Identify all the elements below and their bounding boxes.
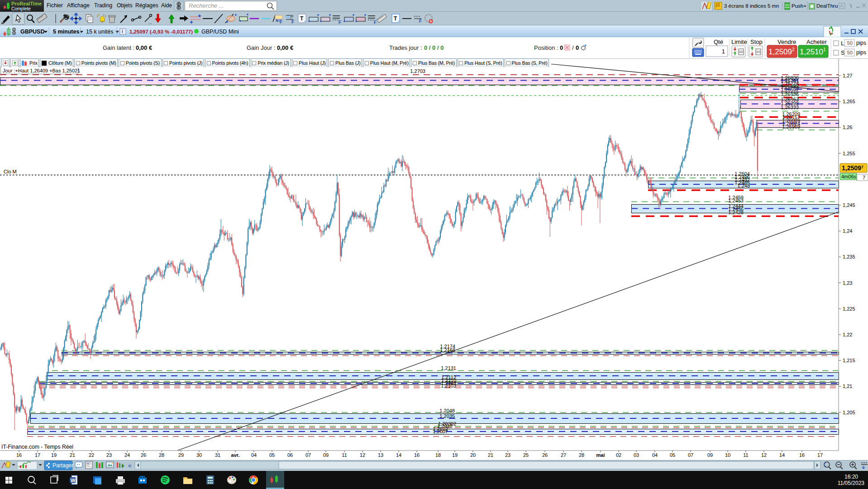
svg-text:16: 16 <box>799 452 805 458</box>
svg-text:1,25097: 1,25097 <box>842 164 863 172</box>
svg-text:Jour :+Haut 1,26409 +Bas 1,250: Jour :+Haut 1,26409 +Bas 1,25021 <box>3 68 80 73</box>
svg-text:Trades jour :: Trades jour : <box>389 44 422 51</box>
svg-text:15 k unités: 15 k unités <box>86 29 113 35</box>
svg-text:Partager: Partager <box>52 462 73 469</box>
svg-text:L: L <box>841 40 844 47</box>
svg-text:pips: pips <box>856 49 866 56</box>
svg-text:0,00 €: 0,00 € <box>277 44 293 51</box>
svg-text:1,2703: 1,2703 <box>410 68 425 74</box>
svg-text:1,255: 1,255 <box>843 151 855 156</box>
svg-text:1,2035: 1,2035 <box>439 413 455 419</box>
svg-text:0,00 €: 0,00 € <box>136 44 152 51</box>
svg-text:26: 26 <box>542 452 548 458</box>
svg-text:28: 28 <box>159 452 164 458</box>
svg-text:1,225: 1,225 <box>843 306 855 312</box>
svg-text:27: 27 <box>561 452 566 458</box>
svg-text:05: 05 <box>670 452 675 458</box>
svg-text:20: 20 <box>470 452 476 458</box>
svg-text:...: ... <box>148 20 152 25</box>
svg-text:ProRealTime: ProRealTime <box>11 1 42 6</box>
svg-text:0: 0 <box>576 44 579 51</box>
svg-text:10: 10 <box>725 452 730 458</box>
svg-text:i: i <box>122 29 123 34</box>
svg-text:1,25969: 1,25969 <box>782 124 800 129</box>
svg-text:1,23: 1,23 <box>843 280 852 286</box>
svg-text:GBPUSD: GBPUSD <box>20 29 44 35</box>
svg-text:Complete: Complete <box>11 6 31 11</box>
svg-text:1,235: 1,235 <box>843 254 855 259</box>
svg-text:29: 29 <box>178 452 184 458</box>
svg-text:21: 21 <box>488 452 493 458</box>
svg-text:pips: pips <box>856 40 866 46</box>
svg-text:18: 18 <box>435 452 441 458</box>
svg-text:«: « <box>128 462 132 469</box>
svg-text:09: 09 <box>323 452 329 458</box>
svg-text:22: 22 <box>89 452 94 458</box>
svg-text:DealThru: DealThru <box>816 3 838 9</box>
svg-text:24: 24 <box>124 452 130 458</box>
svg-text:09: 09 <box>707 452 713 458</box>
svg-text:1,26333: 1,26333 <box>781 105 799 110</box>
svg-text:4m06s: 4m06s <box>841 174 857 179</box>
svg-text:avr.: avr. <box>231 452 240 458</box>
svg-text:/: / <box>572 44 574 51</box>
svg-text:F: F <box>339 20 341 25</box>
svg-text:14: 14 <box>396 452 401 458</box>
svg-text:IT-Finance.com - Temps Réel: IT-Finance.com - Temps Réel <box>1 444 73 450</box>
svg-text:1,24: 1,24 <box>843 228 852 234</box>
svg-text:1,2048: 1,2048 <box>439 408 455 413</box>
svg-text:Position :: Position : <box>534 44 558 51</box>
svg-text:25: 25 <box>523 452 529 458</box>
svg-text:1,26: 1,26 <box>843 125 852 130</box>
svg-text:F: F <box>291 19 294 24</box>
svg-text:16: 16 <box>414 452 420 458</box>
svg-text:28: 28 <box>579 452 584 458</box>
svg-text:04: 04 <box>652 452 658 458</box>
svg-text:GBP/USD Mini: GBP/USD Mini <box>201 29 239 35</box>
svg-text:1,2131: 1,2131 <box>441 365 456 371</box>
svg-text:1,25097 (-0,93 % -0,01177): 1,25097 (-0,93 % -0,01177) <box>129 29 193 34</box>
svg-text:0 / 0 / 0: 0 / 0 / 0 <box>424 44 444 51</box>
svg-text:23: 23 <box>106 452 112 458</box>
svg-text:1,25101: 1,25101 <box>800 47 826 56</box>
svg-text:13: 13 <box>378 452 383 458</box>
svg-text:04: 04 <box>251 452 257 458</box>
svg-text:Qté: Qté <box>714 38 723 45</box>
svg-text:1,265: 1,265 <box>843 99 855 104</box>
svg-text:1,205: 1,205 <box>843 410 855 415</box>
svg-text:F: F <box>419 19 422 24</box>
svg-text:03: 03 <box>634 452 639 458</box>
svg-text:1,2168: 1,2168 <box>440 347 455 353</box>
svg-text:16: 16 <box>16 452 22 458</box>
svg-text:19: 19 <box>51 452 57 458</box>
svg-text:07: 07 <box>688 452 693 458</box>
svg-text:1,215: 1,215 <box>843 358 855 363</box>
svg-text:Vendre: Vendre <box>777 38 796 45</box>
svg-text:1,2007: 1,2007 <box>433 429 448 434</box>
svg-text:3 écrans 8 indices 5 mn: 3 écrans 8 indices 5 mn <box>724 3 779 9</box>
svg-text:26: 26 <box>141 452 146 458</box>
svg-text:1: 1 <box>722 48 725 55</box>
svg-text:31: 31 <box>215 452 220 458</box>
svg-text:06: 06 <box>287 452 293 458</box>
svg-text:07: 07 <box>305 452 311 458</box>
svg-text:1,25092: 1,25092 <box>768 47 795 56</box>
svg-text:5 minutes: 5 minutes <box>53 29 79 35</box>
svg-text:19: 19 <box>452 452 458 458</box>
svg-text:Acheter: Acheter <box>806 38 827 45</box>
svg-text:F: F <box>374 20 377 25</box>
svg-text:1,27: 1,27 <box>843 73 852 78</box>
svg-text:Clo M: Clo M <box>4 169 17 174</box>
svg-text:12: 12 <box>360 452 365 458</box>
svg-text:1,22: 1,22 <box>843 332 852 337</box>
svg-text:23: 23 <box>505 452 510 458</box>
svg-text:1,21: 1,21 <box>843 384 852 389</box>
svg-text:7: 7 <box>863 175 865 180</box>
svg-text:11/05/2023: 11/05/2023 <box>838 480 864 486</box>
svg-text:Limite: Limite <box>731 38 747 45</box>
svg-text:1,2103: 1,2103 <box>441 383 456 388</box>
svg-text:0: 0 <box>560 44 563 51</box>
svg-text:02: 02 <box>616 452 621 458</box>
svg-text:50: 50 <box>847 50 853 55</box>
svg-text:1,248: 1,248 <box>737 183 750 188</box>
